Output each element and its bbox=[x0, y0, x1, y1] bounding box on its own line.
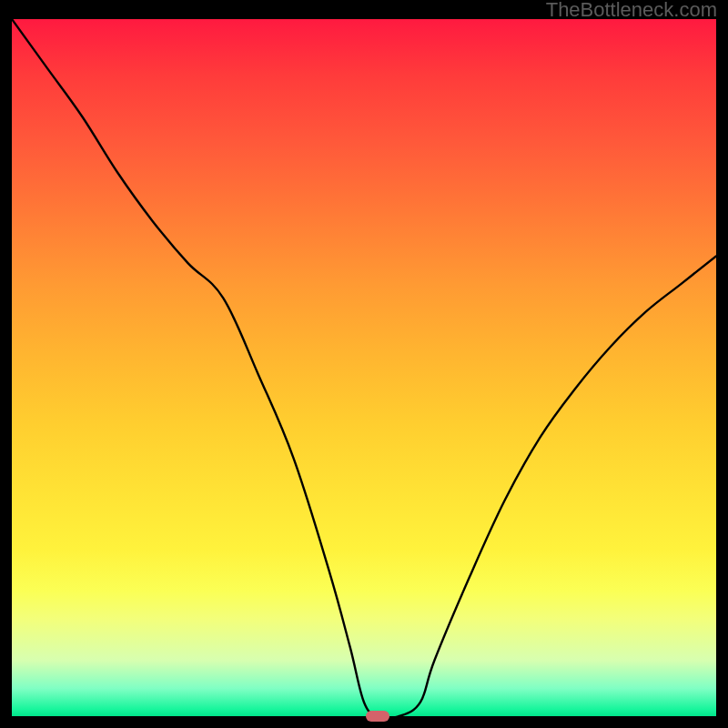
chart-plot-area bbox=[12, 19, 716, 716]
bottleneck-curve bbox=[12, 19, 716, 716]
optimum-marker bbox=[366, 711, 389, 722]
chart-frame: TheBottleneck.com bbox=[0, 0, 728, 728]
watermark-text: TheBottleneck.com bbox=[546, 0, 717, 20]
